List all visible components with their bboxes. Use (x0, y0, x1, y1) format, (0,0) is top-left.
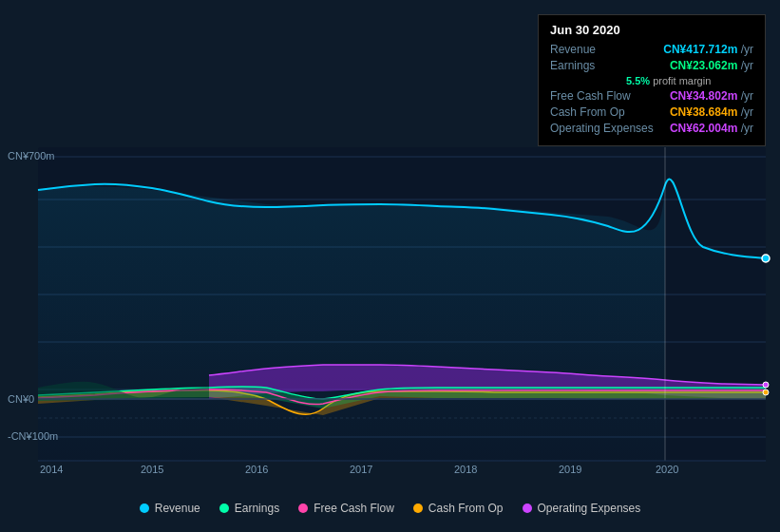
tooltip-opex-unit: /yr (741, 122, 753, 135)
tooltip-earnings-label: Earnings (550, 59, 595, 72)
legend-item-earnings[interactable]: Earnings (219, 502, 279, 515)
legend-dot-opex (523, 504, 532, 513)
legend-label-revenue: Revenue (155, 502, 200, 515)
tooltip-fcf-label: Free Cash Flow (550, 89, 631, 103)
tooltip-opex-label: Operating Expenses (550, 122, 654, 135)
tooltip-fcf-row: Free Cash Flow CN¥34.802m /yr (550, 89, 753, 103)
tooltip-date: Jun 30 2020 (550, 23, 753, 37)
legend-label-fcf: Free Cash Flow (314, 502, 394, 515)
tooltip-revenue-row: Revenue CN¥417.712m /yr (550, 43, 753, 56)
y-label-minus100m: -CN¥100m (8, 430, 58, 442)
profit-margin-label: profit margin (653, 75, 711, 86)
x-label-2020: 2020 (656, 464, 678, 475)
tooltip-revenue-label: Revenue (550, 43, 596, 56)
x-label-2019: 2019 (559, 464, 581, 475)
y-label-700m: CN¥700m (8, 150, 55, 162)
tooltip-cfo-unit: /yr (741, 105, 753, 119)
svg-point-11 (763, 382, 769, 388)
tooltip-cfo-row: Cash From Op CN¥38.684m /yr (550, 105, 753, 119)
chart-container: CN¥700m CN¥0 -CN¥100m 2014 2015 2016 201… (0, 0, 780, 532)
legend-dot-cfo (413, 504, 423, 513)
legend-label-earnings: Earnings (235, 502, 279, 515)
tooltip-fcf-unit: /yr (741, 89, 753, 103)
legend-dot-revenue (140, 504, 149, 513)
y-label-0: CN¥0 (8, 393, 34, 405)
tooltip-cfo-value: CN¥38.684m (670, 105, 737, 119)
x-label-2018: 2018 (454, 464, 477, 475)
x-label-2016: 2016 (245, 464, 268, 475)
chart-legend: Revenue Earnings Free Cash Flow Cash Fro… (0, 502, 780, 515)
tooltip-opex-value: CN¥62.004m (670, 122, 737, 135)
tooltip-earnings-row: Earnings CN¥23.062m /yr (550, 59, 753, 72)
legend-dot-fcf (298, 504, 308, 513)
tooltip-box: Jun 30 2020 Revenue CN¥417.712m /yr Earn… (538, 14, 766, 146)
x-label-2015: 2015 (141, 464, 163, 475)
legend-item-fcf[interactable]: Free Cash Flow (298, 502, 394, 515)
tooltip-earnings-unit: /yr (741, 59, 753, 72)
legend-label-cfo: Cash From Op (428, 502, 504, 515)
profit-margin-row: 5.5% profit margin (626, 75, 753, 86)
svg-point-12 (763, 390, 769, 395)
x-label-2017: 2017 (350, 464, 372, 475)
legend-item-opex[interactable]: Operating Expenses (523, 502, 641, 515)
profit-margin-value: 5.5% (626, 75, 650, 86)
tooltip-revenue-unit: /yr (741, 43, 753, 56)
tooltip-cfo-label: Cash From Op (550, 105, 625, 119)
tooltip-opex-row: Operating Expenses CN¥62.004m /yr (550, 122, 753, 135)
legend-label-opex: Operating Expenses (538, 502, 641, 515)
legend-item-revenue[interactable]: Revenue (140, 502, 200, 515)
x-label-2014: 2014 (40, 464, 63, 475)
legend-item-cfo[interactable]: Cash From Op (413, 502, 504, 515)
tooltip-revenue-value: CN¥417.712m (663, 43, 737, 56)
tooltip-earnings-value: CN¥23.062m (670, 59, 737, 72)
svg-point-10 (762, 255, 770, 262)
legend-dot-earnings (219, 504, 229, 513)
tooltip-fcf-value: CN¥34.802m (670, 89, 737, 103)
